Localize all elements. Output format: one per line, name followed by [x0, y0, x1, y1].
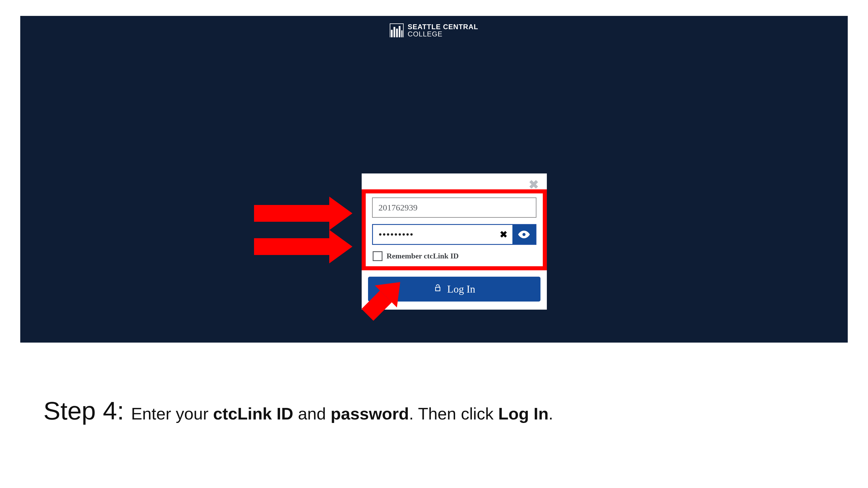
caption-part: .	[549, 404, 553, 423]
logo-line-2: COLLEGE	[408, 30, 478, 38]
annotation-arrow-id	[254, 197, 352, 230]
step-instruction-text: Enter your ctcLink ID and password. Then…	[131, 404, 553, 423]
login-button-label: Log In	[447, 283, 475, 295]
annotation-arrow-password	[254, 230, 352, 263]
password-row: ✖	[372, 224, 536, 245]
remember-checkbox[interactable]	[373, 251, 382, 261]
svg-point-5	[523, 233, 526, 236]
caption-bold-password: password	[331, 404, 409, 423]
unlock-icon	[433, 283, 442, 295]
caption-bold-login: Log In	[498, 404, 549, 423]
instruction-slide: SEATTLE CENTRAL COLLEGE ✖ ✖	[0, 0, 868, 488]
college-logo: SEATTLE CENTRAL COLLEGE	[390, 23, 478, 38]
svg-rect-4	[401, 30, 402, 37]
highlighted-fields-box: ✖ Remember ctcLink ID	[362, 189, 547, 270]
logo-text: SEATTLE CENTRAL COLLEGE	[408, 23, 478, 38]
caption-part: Enter your	[131, 404, 213, 423]
close-icon[interactable]: ✖	[529, 178, 539, 191]
show-password-icon[interactable]	[513, 225, 535, 244]
step-number-label: Step 4:	[43, 396, 124, 426]
card-header: ✖	[362, 173, 547, 189]
svg-rect-0	[391, 30, 393, 37]
svg-rect-3	[399, 26, 400, 37]
clear-password-icon[interactable]: ✖	[494, 225, 513, 244]
remember-row: Remember ctcLink ID	[372, 251, 536, 261]
remember-label: Remember ctcLink ID	[386, 252, 459, 260]
logo-line-1: SEATTLE CENTRAL	[408, 23, 478, 30]
step-caption: Step 4: Enter your ctcLink ID and passwo…	[43, 396, 825, 426]
svg-rect-2	[396, 29, 398, 37]
caption-bold-ctclink: ctcLink ID	[213, 404, 293, 423]
logo-skyline-icon	[390, 24, 404, 37]
caption-part: . Then click	[409, 404, 498, 423]
caption-part: and	[293, 404, 331, 423]
screenshot-panel: SEATTLE CENTRAL COLLEGE ✖ ✖	[20, 16, 848, 343]
svg-rect-1	[394, 27, 395, 37]
ctclink-id-input[interactable]	[372, 197, 536, 218]
password-input[interactable]	[373, 225, 494, 244]
